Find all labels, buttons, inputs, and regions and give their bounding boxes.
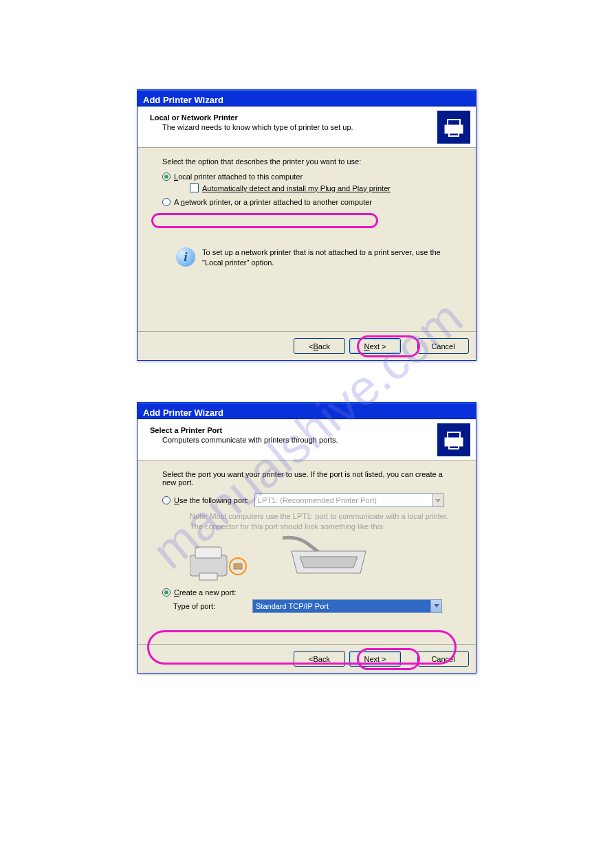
svg-rect-7 (195, 547, 221, 558)
port-note: Note: Most computers use the LPT1: port … (190, 511, 451, 532)
checkbox-icon (190, 183, 199, 192)
radio-icon (162, 173, 171, 181)
titlebar[interactable]: Add Printer Wizard (138, 90, 476, 107)
back-button[interactable]: < Back (294, 338, 345, 354)
checkbox-auto-detect-label: Automatically detect and install my Plug… (202, 184, 391, 192)
instruction-text: Select the port you want your printer to… (162, 470, 451, 487)
port-type-select-value: Standard TCP/IP Port (256, 602, 329, 610)
radio-icon (162, 496, 171, 504)
wizard-body: Select the port you want your printer to… (138, 460, 476, 613)
radio-use-port[interactable]: Use the following port: (162, 496, 249, 504)
window-title: Add Printer Wizard (143, 408, 223, 418)
back-button-post: ack (318, 342, 330, 350)
wizard-footer: < Back Next > Cancel (138, 644, 476, 673)
port-type-label: Type of port: (173, 602, 245, 610)
next-button-u: N (364, 655, 369, 663)
svg-rect-2 (449, 132, 459, 136)
svg-rect-8 (199, 573, 217, 580)
port-select-disabled-value: LPT1: (Recommended Printer Port) (258, 496, 377, 504)
radio-icon (162, 198, 171, 206)
checkbox-auto-detect[interactable]: Automatically detect and install my Plug… (190, 183, 451, 192)
header-subtitle: The wizard needs to know which type of p… (162, 123, 468, 131)
back-button-post: ack (318, 655, 330, 663)
port-connector-diagram (190, 535, 451, 584)
radio-network-printer[interactable]: A network printer, or a printer attached… (162, 198, 451, 206)
header-title: Select a Printer Port (150, 426, 468, 434)
printer-icon (437, 423, 470, 456)
annotation-highlight (151, 213, 378, 228)
cancel-button[interactable]: Cancel (417, 338, 469, 354)
radio-local-printer[interactable]: Local printer attached to this computer (162, 173, 451, 181)
next-button[interactable]: Next > (349, 338, 401, 354)
info-text: To set up a network printer that is not … (202, 247, 451, 268)
radio-local-printer-label: Local printer attached to this computer (174, 173, 303, 181)
cancel-button-label: Cancel (431, 342, 454, 350)
chevron-down-icon[interactable] (430, 600, 441, 612)
next-button-u: N (364, 342, 369, 350)
back-button-u: B (313, 342, 318, 350)
printer-icon (437, 111, 470, 144)
svg-rect-5 (449, 445, 459, 449)
port-select-disabled: LPT1: (Recommended Printer Port) (254, 493, 444, 507)
cancel-button[interactable]: Cancel (417, 651, 469, 667)
port-note-line1: Note: Most computers use the LPT1: port … (190, 511, 451, 522)
header-subtitle: Computers communicate with printers thro… (162, 436, 468, 444)
next-button-post: ext > (369, 342, 386, 350)
wizard-header: Select a Printer Port Computers communic… (138, 419, 476, 460)
add-printer-wizard-dialog-2: Add Printer Wizard Select a Printer Port… (137, 402, 476, 674)
cancel-button-label: Cancel (431, 655, 454, 663)
radio-create-port-label: Create a new port: (174, 588, 237, 597)
back-button[interactable]: < Back (294, 651, 345, 667)
port-type-row: Type of port: Standard TCP/IP Port (173, 599, 451, 613)
radio-use-port-row: Use the following port: LPT1: (Recommend… (162, 493, 451, 507)
radio-create-port[interactable]: Create a new port: (162, 588, 451, 597)
add-printer-wizard-dialog-1: Add Printer Wizard Local or Network Prin… (137, 89, 476, 361)
next-button-post: ext > (369, 655, 386, 663)
header-title: Local or Network Printer (150, 113, 468, 122)
radio-network-printer-label: A network printer, or a printer attached… (174, 198, 372, 206)
radio-icon (162, 588, 171, 597)
svg-rect-10 (234, 564, 242, 569)
port-type-select[interactable]: Standard TCP/IP Port (252, 599, 442, 613)
back-button-u: B (313, 655, 318, 663)
wizard-footer: < Back Next > Cancel (138, 331, 476, 360)
wizard-header: Local or Network Printer The wizard need… (138, 107, 476, 148)
chevron-down-icon (432, 494, 443, 507)
wizard-body: Select the option that describes the pri… (138, 148, 476, 268)
titlebar[interactable]: Add Printer Wizard (138, 403, 476, 419)
next-button[interactable]: Next > (349, 651, 401, 667)
info-panel: i To set up a network printer that is no… (162, 247, 451, 268)
instruction-text: Select the option that describes the pri… (162, 157, 451, 166)
info-icon: i (176, 247, 195, 267)
radio-use-port-label: Use the following port: (174, 496, 249, 504)
window-title: Add Printer Wizard (143, 95, 223, 105)
port-note-line2: The connector for this port should look … (190, 522, 451, 532)
